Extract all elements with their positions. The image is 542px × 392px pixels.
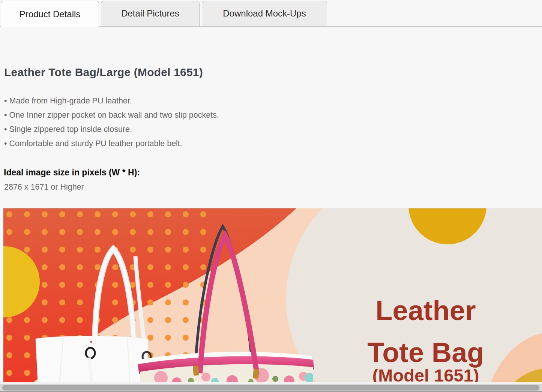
- tab-detail-pictures[interactable]: Detail Pictures: [101, 1, 200, 26]
- banner-title-line-2: Tote Bag: [367, 337, 484, 368]
- banner-headline: Leather Tote Bag (Model 1651): [367, 295, 484, 382]
- tab-product-details-label: Product Details: [20, 9, 81, 19]
- banner-title-line-1: Leather: [375, 295, 476, 326]
- banner-title-line-3: (Model 1651): [372, 365, 479, 382]
- tab-product-details[interactable]: Product Details: [1, 1, 99, 27]
- product-banner-image: Leather Tote Bag (Model 1651): [3, 208, 542, 382]
- ideal-size-value: 2876 x 1671 or Higher: [4, 183, 84, 192]
- tab-download-mockups-label: Download Mock-Ups: [223, 8, 306, 19]
- feature-item: • Comfortable and sturdy PU leather port…: [4, 136, 417, 151]
- banner-artwork: Leather Tote Bag (Model 1651): [3, 208, 542, 382]
- product-feature-list: • Made from High-grade PU leather. • One…: [4, 94, 417, 151]
- product-details-page: { "tabs": { "items": [ {"label": "Produc…: [0, 0, 542, 392]
- tab-detail-pictures-label: Detail Pictures: [121, 8, 179, 19]
- ideal-size-heading: Ideal image size in pixels (W * H):: [4, 168, 140, 178]
- horizontal-scrollbar-track[interactable]: [0, 384, 542, 391]
- horizontal-scrollbar-thumb[interactable]: [2, 385, 539, 391]
- product-title: Leather Tote Bag/Large (Model 1651): [4, 66, 417, 79]
- tab-download-mockups[interactable]: Download Mock-Ups: [202, 1, 327, 26]
- feature-item: • Single zippered top inside closure.: [4, 122, 417, 136]
- feature-item: • Made from High-grade PU leather.: [4, 94, 417, 108]
- feature-item: • One Inner zipper pocket on back wall a…: [4, 108, 417, 122]
